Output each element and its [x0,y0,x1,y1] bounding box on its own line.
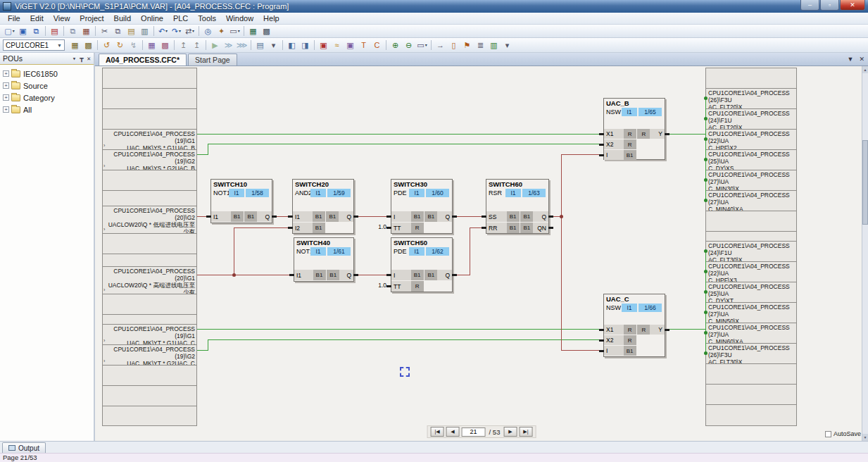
window-cascade-icon[interactable]: ◧ [285,39,298,51]
menu-file[interactable]: File [3,13,25,23]
signal-flags-icon[interactable]: ⚑ [460,39,474,51]
input-connector-cell[interactable] [102,385,197,406]
input-connector-cell[interactable] [102,170,197,191]
menu-help[interactable]: Help [258,13,284,23]
function-block-switch10[interactable]: SWITCH10NOT1I11/58I1B1B1Q [210,179,272,223]
new-document-dropdown-icon[interactable]: ▢▾ [3,25,16,37]
run-icon[interactable]: ▶ [208,39,222,51]
copy-page-icon[interactable]: ⧉ [66,25,80,37]
tab-start-page[interactable]: Start Page [188,54,237,65]
function-block-switch60[interactable]: SWITCH60RSRI11/63SSB1B1QRRB1B1QN [486,179,549,234]
input-connector-cell[interactable] [102,68,197,89]
save-icon[interactable]: ▣ [16,25,30,37]
menu-build[interactable]: Build [109,13,136,23]
build-icon[interactable]: ▦ [68,39,82,51]
panel-close-icon[interactable]: ✕ [87,55,91,62]
connect-plc-icon[interactable]: ≈ [330,39,344,51]
menu-view[interactable]: View [49,13,75,23]
page-number-input[interactable] [462,427,486,437]
document-list-dropdown-icon[interactable]: ▼ [848,56,854,63]
vertical-scrollbar[interactable]: ▲ ▼ [862,66,868,441]
previous-page-button[interactable]: ◀ [446,427,460,437]
menu-edit[interactable]: Edit [25,13,49,23]
toolbar-overflow-1-icon[interactable]: ▾ [267,39,280,51]
watch-list-icon[interactable]: ▣ [344,39,357,51]
function-block-switch20[interactable]: SWITCH20AND2I11/59I1B1B1QI2B1 [292,179,354,234]
next-page-button[interactable]: ▶ [503,427,517,437]
sidebar-item-category[interactable]: +Category [0,92,94,104]
output-connector-cell[interactable] [705,384,797,405]
output-connector-cell[interactable]: CPU1CORE1\A04_PROCESS (22)\UAC_HPF\X3 [705,261,797,282]
output-connector-cell[interactable]: CPU1CORE1\A04_PROCESS (27)\UAC_MIN60\XA [705,323,797,344]
minimize-button[interactable]: – [800,0,819,11]
output-connector-cell[interactable] [705,404,797,426]
input-connector-cell[interactable]: CPU1CORE1\A04_PROCESS (20)\G1UACLOW20\Q … [102,266,197,294]
pointer-mode-icon[interactable]: → [434,39,447,51]
output-connector-cell[interactable] [705,68,797,89]
print-icon[interactable]: ▥ [138,25,151,37]
menu-project[interactable]: Project [75,13,108,23]
scrollbar-thumb[interactable] [862,140,868,225]
input-connector-cell[interactable]: CPU1CORE1\A04_PROCESS (19)\G1UAC_MK\YS *… [102,129,197,150]
save-all-icon[interactable]: ⧉ [30,25,43,37]
menu-window[interactable]: Window [221,13,258,23]
panel-pin-icon[interactable]: ┳ [80,55,83,62]
output-connector-cell[interactable]: CPU1CORE1\A04_PROCESS (26)\F3UAC_FLT30\X [705,343,797,364]
input-connector-cell[interactable] [102,365,197,386]
search-icon[interactable]: ◎ [201,25,215,37]
autosave-checkbox[interactable] [825,431,831,437]
output-connector-cell[interactable] [705,211,797,232]
menu-plc[interactable]: PLC [168,13,193,23]
cfc-diagram-canvas[interactable]: CPU1CORE1\A04_PROCESS (19)\G1UAC_MK\YS *… [95,66,862,441]
export-pdf-icon[interactable]: ▤ [48,25,61,37]
output-connector-cell[interactable]: CPU1CORE1\A04_PROCESS (25)\UAC_DY\XT [705,282,797,303]
last-page-button[interactable]: ▶| [519,427,532,437]
window-dropdown-icon[interactable]: ▭▾ [228,25,241,37]
function-block-uac_c[interactable]: UAC_CNSWI11/66X1RRYX2RIB1 [603,294,665,357]
expand-icon[interactable]: + [3,70,9,77]
breakpoint-t-icon[interactable]: T [357,39,370,51]
sidebar-item-iec61850[interactable]: +IEC61850 [0,68,94,80]
redo-dropdown-icon[interactable]: ↷▾ [170,25,183,37]
navigate-dropdown-icon[interactable]: ⇄▾ [183,25,196,37]
breakpoint-c-icon[interactable]: C [370,39,384,51]
input-connector-cell[interactable] [102,108,197,130]
sidebar-item-source[interactable]: +Source [0,80,94,92]
scroll-down-icon[interactable]: ▼ [862,434,868,441]
input-connector-cell[interactable]: CPU1CORE1\A04_PROCESS (20)\G2UACLOW20\Q … [102,206,197,234]
commit-1-icon[interactable]: ↥ [177,39,190,51]
input-connector-cell[interactable] [102,294,197,315]
function-block-switch40[interactable]: SWITCH40NOT1I11/61I1B1B1Q [294,237,354,282]
window-tile-icon[interactable]: ◨ [298,39,312,51]
output-tab[interactable]: Output [2,442,46,453]
commit-2-icon[interactable]: ↥ [190,39,203,51]
input-connector-cell[interactable]: CPU1CORE1\A04_PROCESS (19)\G2UAC_MK\YT *… [102,344,197,366]
paste-icon[interactable]: ▤ [125,25,138,37]
sync-icon[interactable]: ↯ [127,39,140,51]
toolbar-overflow-2-icon[interactable]: ▾ [501,39,514,51]
output-connector-cell[interactable]: CPU1CORE1\A04_PROCESS (27)\UAC_MIN30\X [705,170,797,191]
menu-online[interactable]: Online [136,13,168,23]
rebuild-all-icon[interactable]: ▩ [82,39,95,51]
page-grid-icon[interactable]: ▥ [487,39,501,51]
copy-icon[interactable]: ⧉ [111,25,125,37]
expand-icon[interactable]: + [3,94,9,101]
upload-icon[interactable]: ↻ [113,39,127,51]
output-connector-cell[interactable]: CPU1CORE1\A04_PROCESS (27)\UAC_MIN40\XA [705,190,797,211]
input-connector-cell[interactable] [102,254,197,267]
input-connector-cell[interactable] [102,314,197,325]
hardware-view-icon[interactable]: ▩ [158,39,172,51]
step-into-icon[interactable]: ⋙ [235,39,249,51]
function-block-uac_b[interactable]: UAC_BNSWI11/65X1RRYX2RIB1 [603,98,665,160]
input-connector-cell[interactable] [102,406,197,426]
input-connector-cell[interactable] [102,88,197,109]
undo-dropdown-icon[interactable]: ↶▾ [156,25,170,37]
expand-icon[interactable]: + [3,106,9,113]
output-connector-cell[interactable]: CPU1CORE1\A04_PROCESS (27)\UAC_MIN50\X [705,302,797,323]
maximize-button[interactable]: ▫ [820,0,839,11]
output-connector-cell[interactable]: CPU1CORE1\A04_PROCESS (25)\UAC_DY\XS [705,149,797,170]
cut-icon[interactable]: ✂ [98,25,111,37]
cpu-selector[interactable]: CPU1CORE1 ▼ [3,39,65,51]
memory-view-icon[interactable]: ▦ [145,39,158,51]
output-connector-cell[interactable]: CPU1CORE1\A04_PROCESS (24)\F1UAC_FLT30\X [705,241,797,262]
